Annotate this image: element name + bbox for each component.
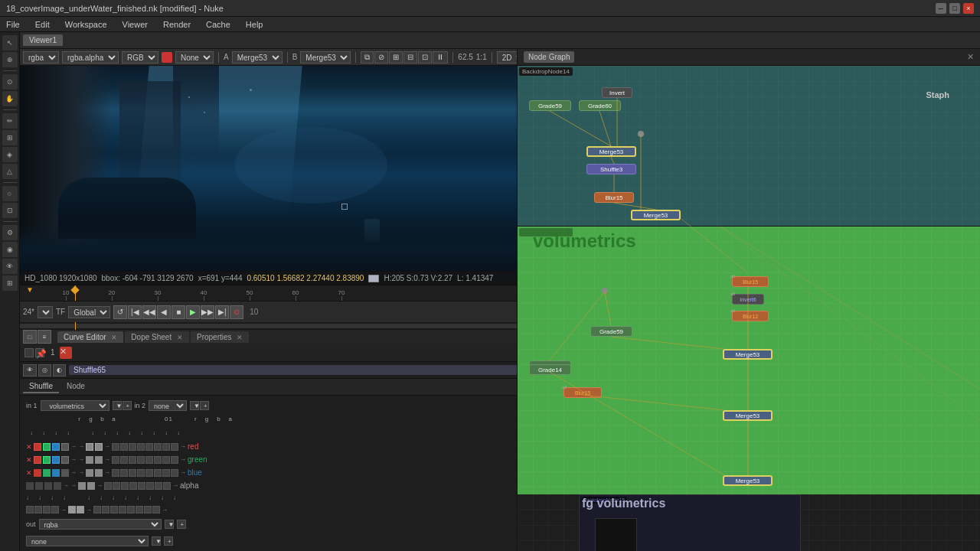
red-m5[interactable] <box>145 443 153 451</box>
add-node-icon[interactable] <box>24 348 34 357</box>
dope-sheet-close[interactable]: ✕ <box>177 334 183 341</box>
m2-r8[interactable] <box>152 506 160 514</box>
alpha-m4[interactable] <box>129 482 137 490</box>
play-button[interactable]: ▶ <box>186 305 200 319</box>
merge-v3[interactable]: Merge53 <box>723 475 773 486</box>
menu-edit[interactable]: Edit <box>32 20 53 29</box>
stop-button[interactable]: ■ <box>172 305 185 319</box>
blue-alpha-btn[interactable] <box>61 469 69 477</box>
blue-m1[interactable] <box>112 469 119 477</box>
invert-top[interactable]: Invert <box>602 87 632 98</box>
menu-viewer[interactable]: Viewer <box>119 20 151 29</box>
blue-sq-1[interactable] <box>86 469 93 477</box>
viewer1-tab[interactable]: Viewer1 <box>23 34 63 46</box>
panel-layout-button[interactable]: ≡ <box>38 330 51 344</box>
red-m3[interactable] <box>129 443 136 451</box>
curve-editor-close[interactable]: ✕ <box>111 334 117 341</box>
none-channel-select[interactable]: none <box>26 536 149 546</box>
menu-workspace[interactable]: Workspace <box>62 20 110 29</box>
paint-tool-icon[interactable]: ✏ <box>2 113 18 129</box>
blue-m2[interactable] <box>120 469 128 477</box>
shuffle-tab[interactable]: Shuffle <box>23 380 59 393</box>
red-m7[interactable] <box>162 443 170 451</box>
color-tool-icon[interactable]: ◉ <box>2 242 18 257</box>
alpha-m5[interactable] <box>138 482 145 490</box>
grid-tool-icon[interactable]: ⊞ <box>2 276 18 291</box>
out-channel-select[interactable]: rgba <box>39 519 162 530</box>
node-tab[interactable]: Node <box>60 380 91 393</box>
grade-top-1[interactable]: Grade59 <box>529 100 571 111</box>
to-end-button[interactable]: ▶| <box>215 305 229 319</box>
grade61-node[interactable]: Grade14 <box>529 364 571 375</box>
m2-r2[interactable] <box>102 506 109 514</box>
alpha-sq-1[interactable] <box>78 482 86 490</box>
blue-m7[interactable] <box>162 469 170 477</box>
next-button[interactable]: ▶▶ <box>201 305 214 319</box>
mask-tool-icon[interactable]: ◈ <box>2 147 18 162</box>
in2-add[interactable]: + <box>200 401 209 410</box>
split-view-button[interactable]: ⧉ <box>361 51 374 64</box>
blue-green-btn[interactable] <box>43 469 51 477</box>
settings-tool-icon[interactable]: ⚙ <box>2 225 18 240</box>
blue-m6[interactable] <box>154 469 162 477</box>
clone-tool-icon[interactable]: ⊞ <box>2 130 18 145</box>
none-options-btn[interactable]: ▼ <box>152 536 161 546</box>
blue-blue-btn[interactable] <box>52 469 60 477</box>
prev-button[interactable]: ◀ <box>157 305 171 319</box>
properties-tab[interactable]: Properties ✕ <box>191 331 249 343</box>
m2-r1[interactable] <box>93 506 101 514</box>
red-sq-2[interactable] <box>95 443 103 451</box>
node-color-button[interactable]: ◐ <box>53 364 66 377</box>
out-add-btn[interactable]: + <box>177 520 186 529</box>
green-sq-2[interactable] <box>95 456 103 464</box>
node-graph-tab[interactable]: Node Graph <box>524 51 574 63</box>
shuffle-top[interactable]: Shuffle3 <box>586 164 636 174</box>
m2-2[interactable] <box>34 506 42 514</box>
alpha-b-btn[interactable] <box>44 482 52 490</box>
blue-m4[interactable] <box>137 469 145 477</box>
node-target-button[interactable]: ◎ <box>38 364 51 377</box>
red-m8[interactable] <box>171 443 178 451</box>
fps-select[interactable]: 24 <box>38 306 53 318</box>
alpha-a-btn[interactable] <box>54 482 61 490</box>
m2-mid1[interactable] <box>68 506 76 514</box>
green-m3[interactable] <box>129 456 136 464</box>
alpha-select[interactable]: rgba.alpha <box>62 51 119 64</box>
green-m6[interactable] <box>154 456 162 464</box>
merge-b-select[interactable]: Merge53 <box>300 51 351 64</box>
grade-top-2[interactable]: Grade60 <box>579 100 621 111</box>
alpha-m7[interactable] <box>155 482 162 490</box>
grade59-node[interactable]: Grade59 <box>590 326 632 337</box>
minimize-button[interactable]: ─ <box>936 3 946 14</box>
select-tool-icon[interactable]: ↖ <box>2 35 18 51</box>
red-blue-btn[interactable] <box>52 443 60 451</box>
green-red-btn[interactable] <box>34 456 41 464</box>
node-graph-canvas[interactable]: BackdropNode14 Grade59 Grade60 Invert Me… <box>518 66 980 551</box>
alpha-m8[interactable] <box>163 482 171 490</box>
green-m7[interactable] <box>162 456 170 464</box>
playback-mode-select[interactable]: Global <box>68 306 110 318</box>
transform-tool-icon[interactable]: ⊕ <box>2 52 18 67</box>
blur15-v1[interactable]: Blur15 <box>732 276 769 287</box>
shape-tool-icon[interactable]: △ <box>2 164 18 179</box>
blue-sq-2[interactable] <box>95 469 103 477</box>
channel-select[interactable]: rgba <box>23 51 59 64</box>
red-alpha-btn[interactable] <box>61 443 69 451</box>
node-eye-button[interactable]: 👁 <box>23 364 37 377</box>
green-blue-btn[interactable] <box>52 456 60 464</box>
green-m8[interactable] <box>171 456 178 464</box>
blue-m3[interactable] <box>129 469 136 477</box>
checker-button[interactable]: ⊞ <box>389 51 403 64</box>
pan-tool-icon[interactable]: ✋ <box>2 91 18 106</box>
merge-top-2[interactable]: Merge53 <box>631 210 681 220</box>
red-m2[interactable] <box>120 443 128 451</box>
colorspace-select[interactable]: RGB <box>122 51 158 64</box>
in2-toggle[interactable]: ▼ <box>190 401 199 410</box>
menu-render[interactable]: Render <box>160 20 194 29</box>
side-by-side-button[interactable]: ⊟ <box>403 51 417 64</box>
in1-channel-select[interactable]: _volumetrics <box>41 400 109 411</box>
green-green-btn[interactable] <box>43 456 51 464</box>
lut-select[interactable]: None <box>175 51 214 64</box>
close-button[interactable]: × <box>963 3 974 14</box>
blur12-v1[interactable]: Blur12 <box>732 311 769 321</box>
